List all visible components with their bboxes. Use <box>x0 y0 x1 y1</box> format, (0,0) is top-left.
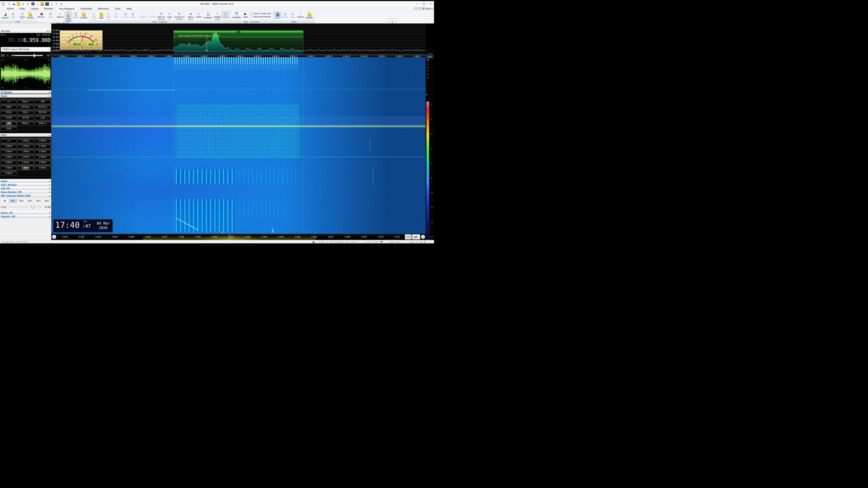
checkbox-start-automatically[interactable]: Start automatically <box>250 15 271 18</box>
data-record-record-button[interactable]: ●Record... <box>37 11 47 18</box>
data-scheduler-start-button[interactable]: ▶Start <box>242 11 249 18</box>
waterfall-palette-bar[interactable] <box>426 101 429 244</box>
chevron-down-icon[interactable]: ▾ <box>49 211 50 215</box>
filter-2-8khz-button[interactable]: 2.8kHz <box>1 160 17 164</box>
speaker-icon[interactable]: ◄) <box>6 54 9 57</box>
data-playback-forward-10-button[interactable]: ↻Forward 10seconds <box>173 11 185 20</box>
filter-3-0khz-button[interactable]: 3.0kHz <box>18 160 34 164</box>
mode-step-button[interactable]: Step ≡ <box>18 99 34 104</box>
chevron-down-icon[interactable]: ▾ <box>49 215 50 218</box>
data-playback-back-10-button[interactable]: ↺Back 10seconds <box>157 11 166 20</box>
mode-sam-button[interactable]: SAM <box>1 104 17 109</box>
mode-bc-fm-button[interactable]: BC-FM <box>35 110 51 115</box>
chevron-down-icon[interactable]: ▾ <box>49 187 50 190</box>
data-playback-restart-button[interactable]: ↺Restart <box>148 11 157 18</box>
qat-more-button[interactable]: ▾ <box>60 2 63 6</box>
chevron-down-icon[interactable]: ▾ <box>49 183 50 187</box>
section-mode[interactable]: Mode▴ <box>0 94 51 98</box>
nr-nr5-button[interactable]: NR5 <box>43 199 51 203</box>
app-logo-icon[interactable] <box>1 2 5 6</box>
filter-1-2khz-button[interactable]: 1.2kHz <box>18 143 34 148</box>
mode-am-button[interactable]: AM <box>35 99 51 104</box>
tab-favourites[interactable]: Favourites <box>78 6 95 11</box>
mode-lsb-button[interactable]: LSB <box>35 115 51 120</box>
equalizer-icon[interactable] <box>1 54 4 57</box>
filter-3-4khz-button[interactable]: 3.4kHz <box>1 165 17 170</box>
video-pause-button[interactable]: ▮▮Pause <box>281 11 289 18</box>
close-button[interactable]: × <box>427 1 434 6</box>
mode-wide-u-button[interactable]: Wide-U <box>35 121 51 125</box>
nr-nr3-button[interactable]: NR3 <box>26 199 34 203</box>
tab-receive[interactable]: Receive <box>41 6 56 11</box>
mode-w-fm-button[interactable]: W-FM <box>18 115 34 120</box>
panel-collapse-icon[interactable]: ▾ <box>47 30 49 32</box>
chevron-down-icon[interactable]: ▾ <box>49 191 50 194</box>
mode-cw-l-button[interactable]: CW-L <box>18 110 34 115</box>
chevron-up-icon[interactable]: ▴ <box>49 94 50 98</box>
band-navigation-bar[interactable]: « x2 ▸ » 6.9516.9526.9536.9546.9556.9566… <box>52 234 426 240</box>
data-playback-repeat-button[interactable]: ↻Repeat <box>138 11 147 18</box>
data-record-lock-button[interactable]: LockRadio <box>65 11 72 22</box>
section-nr1[interactable]: NR1: Ephraim Malah 15dB▴ <box>0 194 51 197</box>
filter-2-6khz-button[interactable]: 2.6kHz <box>35 154 51 159</box>
tab-rec-playback[interactable]: Rec/Playback <box>56 6 78 11</box>
section-noise-blanker[interactable]: Noise Blanker: Off▾ <box>0 190 51 194</box>
data-record-options-button[interactable]: ☼Options <box>56 11 65 18</box>
frequency-digits[interactable]: 00.006.959.000 <box>0 37 51 43</box>
audio-output-select[interactable]: CABLE Input (VB-Audio ... ▾ <box>1 47 51 52</box>
section-notch[interactable]: Notch: Off▾ <box>0 211 51 215</box>
qat-add-button[interactable] <box>31 2 35 6</box>
mode-dsb-button[interactable]: DSB <box>1 126 17 131</box>
filter-1-4khz-button[interactable]: 1.4kHz <box>35 143 51 148</box>
level-slider[interactable] <box>8 206 42 207</box>
mode-ecss-l-button[interactable]: ECSS-L <box>18 104 34 109</box>
nr-off-button[interactable]: Off <box>1 199 8 203</box>
mode-usb-button[interactable]: USB <box>1 121 17 125</box>
video-start-button[interactable]: Start <box>274 11 281 19</box>
filter-2-2khz-button[interactable]: 2.2kHz <box>1 154 17 159</box>
data-playback-stop-button[interactable]: ◼Stop <box>129 11 137 18</box>
tab-help[interactable]: Help <box>123 6 134 11</box>
qat-antenna-button[interactable]: ▲ <box>50 2 54 6</box>
audio-record-button[interactable]: Record <box>1 11 9 19</box>
video-browse-button[interactable]: Browse <box>305 11 314 19</box>
frequency-display[interactable]: RX 1 100 - 3700 Hz 00.006.959.000 <box>0 33 51 46</box>
level-marker-icon[interactable]: ▼ <box>426 94 428 96</box>
data-playback-prev-button[interactable]: ▶Prev◄◄ <box>90 11 98 20</box>
waterfall-zoom-button[interactable]: x2 ▸ <box>412 234 420 239</box>
data-scheduler-schedule-button[interactable]: Schedule <box>231 11 242 19</box>
audio-cache-button[interactable]: ◷Cache▼ <box>18 11 26 20</box>
nr-nr1-button[interactable]: NR1 <box>9 199 17 203</box>
tab-layout[interactable]: Layout <box>28 6 41 11</box>
section-radio[interactable]: Radio▾ <box>0 180 51 183</box>
chevron-down-icon[interactable]: ▾ <box>49 91 50 94</box>
section-filter[interactable]: Filter▴ <box>0 133 51 137</box>
mode-wide-l-button[interactable]: Wide-L <box>18 121 34 125</box>
filter-3-6khz-button[interactable]: 3.6kHz <box>18 165 34 170</box>
data-playback-next-button[interactable]: ▶Next►► <box>105 11 113 20</box>
style-menu-button[interactable]: Style ▾ <box>423 7 433 10</box>
audio-browse-button[interactable]: Browse <box>26 11 35 19</box>
section-if-display[interactable]: IF Display▾ <box>0 90 51 94</box>
checkbox-show-in-status-bar[interactable]: Show in status bar <box>250 12 271 15</box>
section-squelch[interactable]: Squelch: Off▾ <box>0 215 51 218</box>
nr-nr2-button[interactable]: NR2 <box>18 199 25 203</box>
data-playback-navigator-button[interactable]: Navigator <box>203 11 213 19</box>
tab-view[interactable]: View <box>17 6 28 11</box>
filter-item-button[interactable]: ••• <box>1 138 17 143</box>
auto-range-toggle[interactable]: Auto <box>426 55 433 58</box>
filter-3-2khz-button[interactable]: 3.2kHz <box>35 160 51 164</box>
chevron-up-icon[interactable]: ▴ <box>49 133 50 137</box>
data-record-power-button[interactable]: Power <box>72 11 80 19</box>
volume-handle[interactable] <box>33 54 35 57</box>
section-agc[interactable]: AGC: Medium▾ <box>0 183 51 186</box>
spectrum-display[interactable]: 1 Ball Smacker Pirat Radio Friday 01:00 … <box>52 24 426 54</box>
volume-slider[interactable] <box>11 55 43 56</box>
mode-ecss-u-button[interactable]: ECSS-U <box>35 104 51 109</box>
filter-0-8khz-button[interactable]: 0.8kHz <box>35 138 51 143</box>
video-options-button[interactable]: ☼Options <box>296 11 305 18</box>
section-cw[interactable]: CW: Off▾ <box>0 187 51 190</box>
waterfall-display[interactable]: 17:40 UTC :47 04 Mar 2026 <box>52 57 426 234</box>
tab-home[interactable]: Home <box>4 6 17 11</box>
qat-play-button[interactable]: ▶ <box>22 2 25 6</box>
